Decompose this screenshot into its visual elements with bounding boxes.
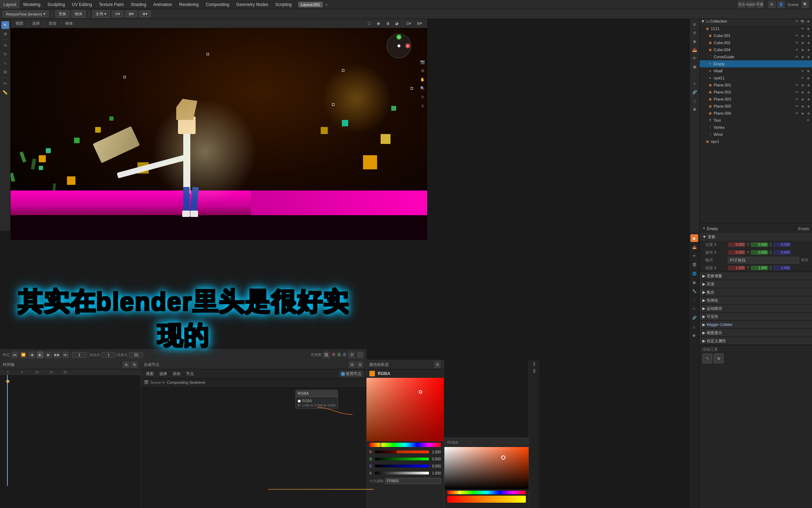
ol-item-plane006[interactable]: ▣ Plane.006 👁 ◉ ◑	[700, 110, 812, 117]
prop-icon-physics[interactable]: ⚛	[690, 305, 698, 313]
ol-eye-cg[interactable]: 👁	[794, 54, 799, 59]
playhead[interactable]	[7, 375, 8, 486]
ne-node-menu[interactable]: 节点	[184, 370, 196, 377]
ol-render-cg[interactable]: ◑	[806, 54, 811, 59]
viewport[interactable]: X Y 📷 ⊞ ✋ 🔍 ↻ ⊻	[11, 28, 427, 240]
prop-icon-particles[interactable]: ⋮	[690, 296, 698, 304]
menu-layout[interactable]: Layout	[0, 0, 20, 9]
rpi-view[interactable]: 👁	[691, 54, 699, 62]
gizmo-toggle[interactable]: ⊞▾	[415, 20, 424, 26]
search-icon[interactable]: 🔍	[801, 1, 809, 8]
ol-sel-p006[interactable]: ◉	[800, 111, 805, 116]
vp-zoom-icon[interactable]: 🔍	[419, 84, 426, 92]
arr-label[interactable]: Arr.	[532, 361, 537, 368]
ol-render-cube001[interactable]: ◑	[806, 33, 811, 38]
timeline-body[interactable]: 1 5 10 15 20	[0, 369, 141, 508]
tl-filter-btn[interactable]: ⊞	[123, 361, 130, 368]
prop-icon-scene[interactable]: 🎬	[690, 261, 698, 268]
vp-grid-icon[interactable]: ⊞	[419, 67, 426, 74]
anim-next-frame[interactable]: ▶	[45, 351, 52, 358]
hex-input[interactable]	[385, 478, 441, 484]
overlay-toggle[interactable]: ⊡▾	[404, 20, 413, 26]
ol-sel-cube004[interactable]: ◉	[800, 47, 805, 52]
r-track[interactable]	[375, 450, 429, 453]
extra-hue-bar[interactable]	[447, 491, 526, 494]
rpi-object[interactable]: ▣	[691, 63, 699, 71]
rpi-output[interactable]: 📤	[691, 46, 699, 54]
viewport-shading-solid[interactable]: ◉	[375, 20, 382, 26]
nb-scene[interactable]: Scene	[150, 380, 161, 385]
props-vpdisplay-header[interactable]: 视图显示	[700, 329, 812, 337]
select-menu[interactable]: 选择	[30, 20, 42, 27]
coll-render-btn[interactable]: ◉	[806, 19, 811, 24]
color-gradient[interactable]	[367, 378, 444, 441]
ne-settings-btn[interactable]: ⚙	[356, 361, 363, 368]
vp-pan-icon[interactable]: ✋	[419, 75, 426, 83]
manual-btn[interactable]: 手册	[756, 1, 764, 8]
ol-sel-cg[interactable]: ◉	[800, 54, 805, 59]
transform-tool[interactable]: ⊞	[1, 68, 9, 76]
anim-fullscreen-icon[interactable]: ⛶	[357, 351, 364, 358]
gizmo-y-axis[interactable]: Y	[396, 35, 401, 40]
prop-icon-material[interactable]: ◉	[690, 331, 698, 339]
menu-animation[interactable]: Animation	[150, 0, 176, 9]
proportional-btn[interactable]: ⊕▾	[139, 11, 151, 17]
ol-render-p002[interactable]: ◑	[806, 90, 811, 95]
menu-shading[interactable]: Shading	[127, 0, 150, 9]
import-btn[interactable]: Import	[747, 1, 755, 8]
select-tool[interactable]: ↖	[1, 21, 9, 29]
use-nodes-toggle[interactable]: 使用节点	[339, 370, 363, 377]
rot-z[interactable]: 0.000	[773, 250, 791, 255]
rpi-physics[interactable]: ⚛	[691, 80, 699, 87]
ol-eye-1111[interactable]: 👁	[800, 26, 805, 31]
rotmode-value[interactable]: XYZ 欧拉	[728, 257, 799, 264]
anim-prev-key[interactable]: ⏪	[20, 351, 27, 358]
ol-sel-cube001[interactable]: ◉	[800, 33, 805, 38]
anim-prev-frame[interactable]: ◀	[28, 351, 35, 358]
anim-play[interactable]: ▶	[37, 351, 44, 358]
annotate-tool[interactable]: ✏	[1, 80, 9, 87]
vp-rotate-icon[interactable]: ↻	[419, 93, 426, 101]
ol-eye-cube001[interactable]: 👁	[794, 33, 799, 38]
ol-sel-p003[interactable]: ◉	[800, 97, 805, 102]
anim-settings-icon[interactable]: ⚙	[348, 351, 355, 358]
props-rel-header[interactable]: 关系	[700, 280, 812, 288]
prop-icon-output[interactable]: 📤	[690, 243, 698, 251]
ol-item-cube004[interactable]: ▣ Cube.004 👁 ◉ ◑	[700, 46, 812, 53]
viewport-shading-look[interactable]: ◑	[384, 20, 392, 26]
rgba-comp-node[interactable]: RGBA RGBA R: 1.000 G: 0.500 B: 0.000	[295, 390, 338, 409]
ol-item-npc1[interactable]: ▣ npc1	[700, 138, 812, 145]
settings-icon[interactable]: ⚙	[768, 1, 776, 8]
props-coll-header[interactable]: 集合	[700, 288, 812, 296]
end-frame-input[interactable]	[129, 352, 143, 358]
scale-tool[interactable]: ⤡	[1, 59, 9, 67]
current-frame-input[interactable]	[72, 352, 86, 358]
props-delta-header[interactable]: 变换增量	[700, 272, 812, 280]
nb-nodetree[interactable]: Compositing Nodetree	[167, 380, 205, 385]
ol-eye-p002[interactable]: 👁	[794, 90, 799, 95]
ol-sel-npd11[interactable]: ◉	[806, 75, 811, 80]
ol-sel-p005[interactable]: ◉	[800, 104, 805, 109]
ol-eye-p006[interactable]: 👁	[794, 111, 799, 116]
ol-render-cube004[interactable]: ◑	[806, 47, 811, 52]
ol-sel-p002[interactable]: ◉	[800, 90, 805, 95]
prop-icon-data[interactable]: △	[690, 322, 698, 330]
prop-icon-object[interactable]: ▣	[690, 278, 698, 286]
r-channel-btn[interactable]: R	[331, 352, 336, 357]
props-wiggle-header[interactable]: Wiggle Collider	[700, 321, 812, 328]
rpi-particles[interactable]: ⋮	[691, 71, 699, 79]
rot-x[interactable]: 0.000	[728, 250, 745, 255]
rpi-filter[interactable]: ⊞	[691, 20, 699, 28]
ol-render-p001[interactable]: ◑	[806, 83, 811, 87]
global-dropdown[interactable]: 全局 ▾	[92, 10, 110, 18]
props-inst-header[interactable]: 实例化	[700, 296, 812, 304]
ol-item-plane002[interactable]: ▣ Plane.002 👁 ◉ ◑	[700, 89, 812, 96]
prop-icon-world[interactable]: 🌐	[690, 270, 698, 277]
sat-val-gradient[interactable]	[367, 378, 444, 441]
ol-item-cube002[interactable]: ▣ Cube.002 👁 ◉ ◑	[700, 39, 812, 46]
ol-item-hball[interactable]: ● Hball 👁 ◉	[700, 67, 812, 74]
ol-eye-p003[interactable]: 👁	[794, 97, 799, 102]
add-workspace-btn[interactable]: +	[325, 2, 328, 7]
rgba-out-socket[interactable]	[298, 400, 301, 403]
menu-sculpting[interactable]: Sculpting	[44, 0, 68, 9]
